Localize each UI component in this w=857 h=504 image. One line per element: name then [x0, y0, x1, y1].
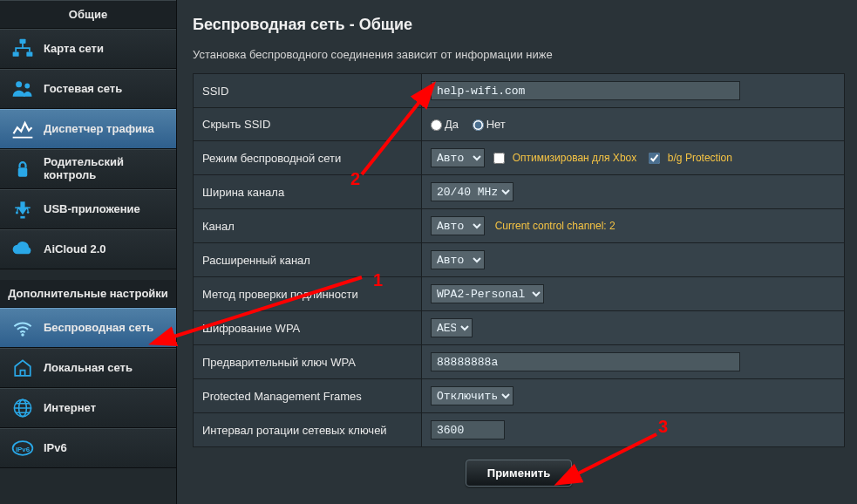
- nav-label: AiCloud 2.0: [44, 243, 167, 256]
- row-ssid-value: [422, 74, 845, 108]
- enc-select[interactable]: AES: [431, 318, 473, 337]
- nav-label: Родительский контроль: [44, 156, 167, 182]
- aicloud-icon: [10, 237, 35, 262]
- annotation-arrow-1: [161, 262, 388, 345]
- row-width-value: 20/40 MHz: [422, 175, 845, 209]
- nav-network-map[interactable]: Карта сети: [0, 29, 176, 69]
- row-psk-value: [422, 345, 845, 379]
- main-content: Беспроводная сеть - Общие Установка бесп…: [177, 0, 857, 504]
- parental-control-icon: [10, 157, 35, 181]
- nav-parental-control[interactable]: Родительский контроль: [0, 149, 176, 189]
- psk-input[interactable]: [431, 352, 740, 371]
- row-channel-label[interactable]: Канал: [194, 209, 422, 243]
- row-auth-value: WPA2-Personal: [422, 277, 845, 311]
- row-psk-label[interactable]: Предварительный ключ WPA: [194, 345, 422, 379]
- nav-label: Гостевая сеть: [44, 83, 167, 96]
- sidebar-group-general-header: Общие: [0, 0, 176, 29]
- svg-text:IPv6: IPv6: [16, 446, 31, 453]
- apply-row: Применить: [193, 447, 845, 499]
- nav-usb-app[interactable]: USB-приложение: [0, 189, 176, 229]
- nav-wireless[interactable]: Беспроводная сеть: [0, 308, 176, 348]
- row-rekey-label[interactable]: Интервал ротации сетевых ключей: [194, 413, 422, 447]
- page-subtitle: Установка беспроводного соединения завис…: [193, 48, 845, 73]
- internet-icon: [10, 396, 35, 420]
- bgp-checkbox[interactable]: b/g Protection: [649, 151, 741, 164]
- svg-line-14: [168, 277, 362, 338]
- nav-label: Диспетчер трафика: [44, 123, 167, 136]
- nav-label: Интернет: [44, 402, 167, 415]
- width-select[interactable]: 20/40 MHz: [431, 182, 514, 201]
- nav-aicloud[interactable]: AiCloud 2.0: [0, 229, 176, 269]
- nav-ipv6[interactable]: IPv6 IPv6: [0, 428, 176, 468]
- nav-internet[interactable]: Интернет: [0, 388, 176, 428]
- apply-button[interactable]: Применить: [466, 460, 572, 487]
- nav-guest-network[interactable]: Гостевая сеть: [0, 69, 176, 109]
- row-mode-value: Авто Оптимизирован для Xbox b/g Protecti…: [422, 141, 845, 175]
- row-pmf-value: Отключить: [422, 379, 845, 413]
- svg-line-15: [362, 98, 423, 174]
- svg-rect-8: [16, 212, 18, 215]
- row-extchannel-value: Авто: [422, 243, 845, 277]
- hide-ssid-no[interactable]: Нет: [473, 118, 506, 131]
- nav-label: Карта сети: [44, 43, 167, 56]
- svg-rect-1: [13, 52, 19, 57]
- nav-label: IPv6: [44, 442, 167, 455]
- channel-select[interactable]: Авто: [431, 216, 485, 235]
- channel-hint: Current control channel: 2: [495, 220, 616, 232]
- svg-point-7: [27, 211, 30, 214]
- row-hide-ssid-value: Да Нет: [422, 108, 845, 141]
- sidebar-group-advanced-header: Дополнительные настройки: [0, 280, 176, 308]
- svg-point-9: [21, 333, 24, 337]
- nav-label: Беспроводная сеть: [44, 322, 167, 335]
- svg-rect-0: [20, 39, 26, 44]
- bgp-label: b/g Protection: [668, 152, 732, 164]
- usb-app-icon: [10, 197, 35, 221]
- rekey-input[interactable]: [431, 420, 505, 439]
- settings-table: SSID Скрыть SSID Да Нет Режим беспроводн…: [193, 73, 845, 447]
- nav-lan[interactable]: Локальная сеть: [0, 348, 176, 388]
- annotation-arrow-3: [561, 427, 665, 488]
- annotation-arrow-2: [351, 87, 447, 183]
- svg-point-3: [16, 81, 22, 87]
- svg-rect-6: [20, 216, 24, 219]
- xbox-label: Оптимизирован для Xbox: [513, 152, 637, 164]
- row-pmf-label[interactable]: Protected Management Frames: [194, 379, 422, 413]
- radio-no-label: Нет: [486, 118, 506, 131]
- lan-icon: [10, 356, 35, 380]
- page-title: Беспроводная сеть - Общие: [193, 7, 845, 48]
- xbox-checkbox[interactable]: Оптимизирован для Xbox: [493, 151, 646, 164]
- pmf-select[interactable]: Отключить: [431, 386, 514, 405]
- row-enc-value: AES: [422, 311, 845, 345]
- traffic-manager-icon: [10, 117, 35, 141]
- nav-traffic-manager[interactable]: Диспетчер трафика: [0, 109, 176, 149]
- sidebar: Общие Карта сети Гостевая сеть Диспетчер…: [0, 0, 177, 504]
- svg-rect-5: [18, 167, 28, 177]
- wireless-icon: [10, 316, 35, 340]
- ipv6-icon: IPv6: [10, 436, 35, 460]
- svg-rect-2: [26, 52, 32, 57]
- row-channel-value: Авто Current control channel: 2: [422, 209, 845, 243]
- ssid-input[interactable]: [431, 81, 740, 100]
- auth-select[interactable]: WPA2-Personal: [431, 284, 544, 303]
- network-map-icon: [10, 37, 35, 61]
- nav-label: Локальная сеть: [44, 362, 167, 375]
- nav-label: USB-приложение: [44, 203, 167, 216]
- svg-line-16: [573, 434, 656, 476]
- svg-point-4: [24, 84, 30, 89]
- extchannel-select[interactable]: Авто: [431, 250, 485, 269]
- guest-network-icon: [10, 77, 35, 101]
